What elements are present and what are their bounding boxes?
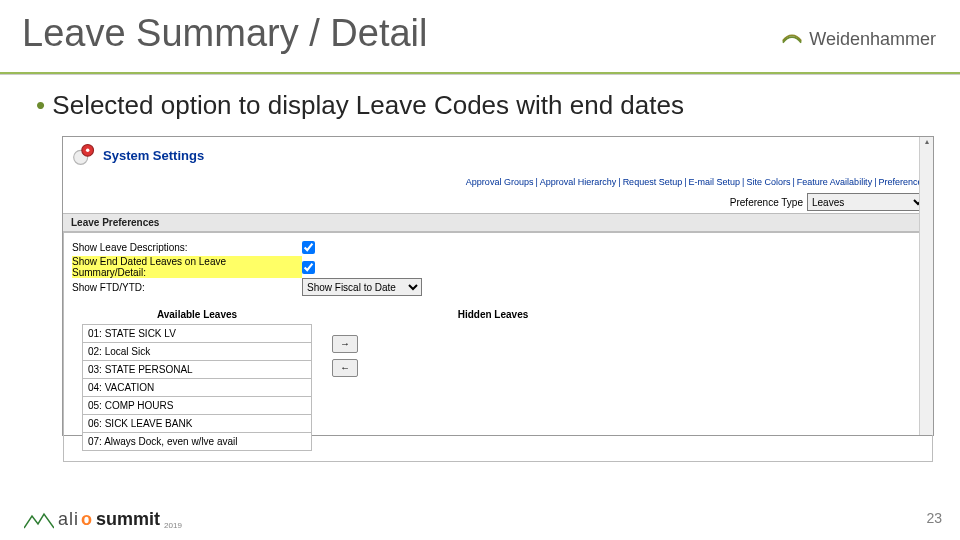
- brand-text: Weidenhammer: [809, 29, 936, 50]
- preference-type-select[interactable]: Leaves: [807, 193, 927, 211]
- preference-type-label: Preference Type: [730, 197, 803, 208]
- swoosh-icon: [781, 28, 803, 50]
- footer-summit: summit: [96, 509, 160, 530]
- hidden-leaves-column: Hidden Leaves: [378, 309, 608, 324]
- checkbox-show-leave-descriptions[interactable]: [302, 241, 315, 254]
- leave-lists-row: Available Leaves 01: STATE SICK LV 02: L…: [72, 299, 924, 461]
- list-item[interactable]: 05: COMP HOURS: [82, 396, 312, 414]
- label-show-leave-descriptions: Show Leave Descriptions:: [72, 242, 302, 253]
- list-item[interactable]: 03: STATE PERSONAL: [82, 360, 312, 378]
- footer-year: 2019: [164, 521, 182, 530]
- available-leaves-column: Available Leaves 01: STATE SICK LV 02: L…: [82, 309, 312, 451]
- transfer-arrows: → ←: [332, 335, 358, 377]
- footer-o: o: [81, 509, 92, 530]
- footer-alio: ali: [58, 509, 79, 530]
- settings-header: System Settings: [63, 137, 933, 173]
- section-leave-preferences: Leave Preferences: [63, 213, 933, 232]
- page-number: 23: [926, 510, 942, 526]
- prefs-block: Show Leave Descriptions: Show End Dated …: [63, 232, 933, 462]
- mountain-icon: [24, 512, 54, 530]
- list-item[interactable]: 04: VACATION: [82, 378, 312, 396]
- link-email-setup[interactable]: E-mail Setup: [689, 177, 741, 187]
- link-site-colors[interactable]: Site Colors: [746, 177, 790, 187]
- bullet-text: Selected option to display Leave Codes w…: [36, 90, 684, 121]
- select-show-ftd-ytd[interactable]: Show Fiscal to Date: [302, 278, 422, 296]
- move-right-button[interactable]: →: [332, 335, 358, 353]
- label-show-end-dated-leaves: Show End Dated Leaves on Leave Summary/D…: [72, 256, 302, 278]
- row-show-ftd-ytd: Show FTD/YTD: Show Fiscal to Date: [72, 279, 924, 295]
- available-leaves-list[interactable]: 01: STATE SICK LV 02: Local Sick 03: STA…: [82, 324, 312, 451]
- preference-type-row: Preference Type Leaves: [63, 191, 933, 213]
- list-item[interactable]: 07: Always Dock, even w/lve avail: [82, 432, 312, 451]
- checkbox-show-end-dated-leaves[interactable]: [302, 261, 315, 274]
- svg-point-2: [86, 149, 90, 153]
- list-item[interactable]: 06: SICK LEAVE BANK: [82, 414, 312, 432]
- settings-title: System Settings: [103, 148, 204, 163]
- row-show-leave-descriptions: Show Leave Descriptions:: [72, 239, 924, 255]
- page-title: Leave Summary / Detail: [22, 12, 428, 55]
- scrollbar-icon[interactable]: ▴: [919, 137, 933, 435]
- title-divider-shadow: [0, 74, 960, 75]
- list-item[interactable]: 02: Local Sick: [82, 342, 312, 360]
- link-approval-groups[interactable]: Approval Groups: [466, 177, 534, 187]
- link-request-setup[interactable]: Request Setup: [623, 177, 683, 187]
- system-settings-screenshot: ▴ System Settings Approval Groups| Appro…: [62, 136, 934, 436]
- link-feature-availability[interactable]: Feature Availability: [797, 177, 872, 187]
- link-approval-hierarchy[interactable]: Approval Hierarchy: [540, 177, 617, 187]
- row-show-end-dated-leaves: Show End Dated Leaves on Leave Summary/D…: [72, 259, 924, 275]
- list-item[interactable]: 01: STATE SICK LV: [82, 324, 312, 342]
- hidden-leaves-title: Hidden Leaves: [378, 309, 608, 320]
- top-link-bar: Approval Groups| Approval Hierarchy| Req…: [63, 173, 933, 191]
- label-show-ftd-ytd: Show FTD/YTD:: [72, 282, 302, 293]
- gear-icon: [69, 141, 97, 169]
- footer-logo: alio summit 2019: [24, 509, 182, 530]
- available-leaves-title: Available Leaves: [82, 309, 312, 320]
- brand-mark: Weidenhammer: [781, 28, 936, 50]
- move-left-button[interactable]: ←: [332, 359, 358, 377]
